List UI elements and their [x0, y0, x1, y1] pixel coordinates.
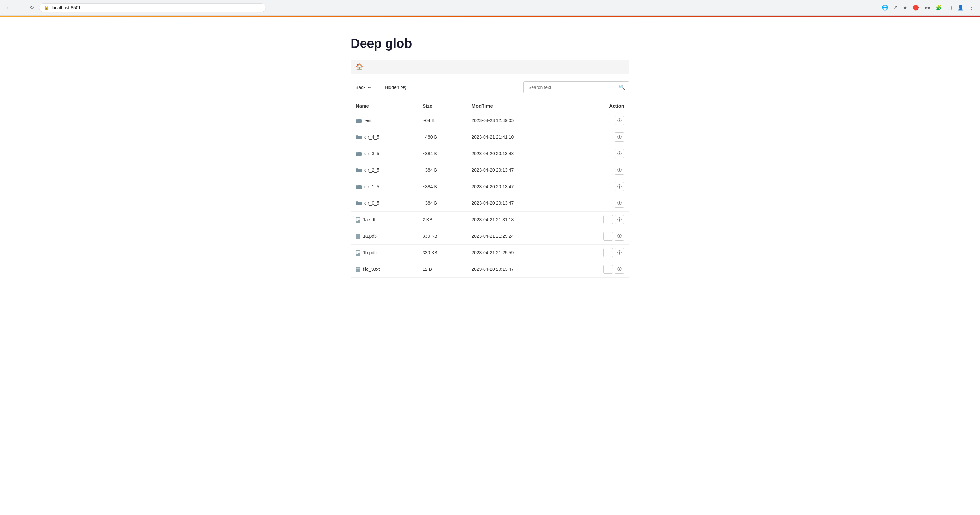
info-button-4[interactable]: ⓘ [614, 182, 624, 191]
folder-icon [356, 184, 361, 189]
file-name: dir_2_5 [364, 168, 379, 173]
svg-rect-14 [356, 219, 360, 220]
cell-size: ~384 B [417, 195, 466, 211]
info-button-9[interactable]: ⓘ [614, 265, 624, 274]
svg-rect-23 [356, 253, 358, 254]
cell-action: ⓘ [568, 195, 630, 211]
cell-modtime: 2023-04-21 21:25:59 [466, 244, 568, 261]
file-icon [356, 217, 360, 222]
hidden-button[interactable]: Hidden 👁️‍🗨️ [380, 82, 411, 92]
cell-name: 1b.pdb [350, 244, 417, 261]
sidebar-button[interactable]: ▢ [945, 3, 954, 12]
info-button-2[interactable]: ⓘ [614, 149, 624, 158]
cell-action: ⓘ [568, 162, 630, 179]
svg-rect-19 [356, 237, 358, 238]
file-name: 1a.sdf [363, 217, 375, 222]
search-button[interactable]: 🔍 [614, 82, 629, 93]
table-row: test ~64 B 2023-04-23 12:49:05 ⓘ [350, 112, 630, 129]
search-icon: 🔍 [619, 84, 625, 90]
table-row: dir_3_5 ~384 B 2023-04-20 20:13:48 ⓘ [350, 146, 630, 162]
cell-size: 330 KB [417, 244, 466, 261]
cell-name: dir_4_5 [350, 129, 417, 146]
breadcrumb-bar: 🏠 [350, 60, 630, 73]
hidden-label: Hidden [385, 85, 399, 90]
add-button-6[interactable]: + [603, 215, 613, 224]
file-name: test [364, 118, 372, 123]
info-button-5[interactable]: ⓘ [614, 198, 624, 208]
cell-modtime: 2023-04-21 21:29:24 [466, 228, 568, 244]
svg-rect-18 [356, 236, 360, 236]
svg-rect-13 [356, 218, 360, 219]
svg-rect-25 [356, 268, 360, 268]
controls-row: Back ← Hidden 👁️‍🗨️ 🔍 [350, 81, 630, 93]
cell-modtime: 2023-04-20 20:13:47 [466, 179, 568, 195]
file-name: 1b.pdb [363, 250, 377, 255]
info-button-8[interactable]: ⓘ [614, 248, 624, 257]
browser-icon-2[interactable]: ●● [922, 3, 932, 12]
search-input[interactable] [524, 82, 614, 93]
table-row: dir_2_5 ~384 B 2023-04-20 20:13:47 ⓘ [350, 162, 630, 179]
file-table-body: test ~64 B 2023-04-23 12:49:05 ⓘ dir_4_5… [350, 112, 630, 277]
file-name: file_3.txt [363, 266, 380, 272]
info-button-0[interactable]: ⓘ [614, 116, 624, 125]
cell-modtime: 2023-04-20 20:13:47 [466, 261, 568, 277]
folder-icon [356, 168, 361, 173]
cell-size: ~384 B [417, 179, 466, 195]
cell-modtime: 2023-04-23 12:49:05 [466, 112, 568, 129]
info-button-1[interactable]: ⓘ [614, 133, 624, 141]
info-button-7[interactable]: ⓘ [614, 231, 624, 241]
cell-size: ~384 B [417, 162, 466, 179]
bookmark-button[interactable]: ★ [901, 3, 909, 12]
file-icon [356, 250, 360, 255]
add-button-9[interactable]: + [603, 265, 613, 274]
add-button-7[interactable]: + [603, 231, 613, 241]
table-row: dir_1_5 ~384 B 2023-04-20 20:13:47 ⓘ [350, 179, 630, 195]
file-name: dir_4_5 [364, 135, 379, 139]
page-content: Deep glob 🏠 Back ← Hidden 👁️‍🗨️ 🔍 Name S… [344, 17, 636, 290]
browser-toolbar-right: 🌐 ↗ ★ 🔴 ●● 🧩 ▢ 👤 ⋮ [880, 3, 976, 12]
col-size-header: Size [417, 100, 466, 112]
svg-rect-5 [356, 152, 358, 153]
file-icon [356, 266, 360, 272]
file-table: Name Size ModTime Action test ~64 B 2023… [350, 100, 630, 277]
cell-size: ~480 B [417, 129, 466, 146]
browser-icon-1[interactable]: 🔴 [911, 3, 921, 12]
col-name-header: Name [350, 100, 417, 112]
svg-rect-27 [356, 270, 358, 271]
cell-action: ⓘ [568, 179, 630, 195]
menu-button[interactable]: ⋮ [967, 3, 976, 12]
cell-name: dir_2_5 [350, 162, 417, 179]
back-label: Back [355, 85, 366, 90]
cell-name: dir_3_5 [350, 146, 417, 162]
profile-button[interactable]: 👤 [955, 3, 966, 12]
col-modtime-header: ModTime [466, 100, 568, 112]
search-container: 🔍 [523, 81, 630, 93]
svg-rect-9 [356, 185, 358, 186]
table-row: dir_0_5 ~384 B 2023-04-20 20:13:47 ⓘ [350, 195, 630, 211]
cell-size: ~64 B [417, 112, 466, 129]
nav-forward-button[interactable]: → [16, 3, 25, 12]
folder-icon [356, 201, 361, 206]
table-row: 1a.pdb 330 KB 2023-04-21 21:29:24 +ⓘ [350, 228, 630, 244]
add-button-8[interactable]: + [603, 248, 613, 257]
folder-icon [356, 118, 361, 123]
address-bar[interactable]: 🔒 localhost:8501 [39, 3, 266, 12]
home-icon[interactable]: 🏠 [356, 63, 363, 70]
table-row: 1b.pdb 330 KB 2023-04-21 21:25:59 +ⓘ [350, 244, 630, 261]
file-name: dir_1_5 [364, 184, 379, 189]
share-button[interactable]: ↗ [891, 3, 900, 12]
col-action-header: Action [568, 100, 630, 112]
translate-button[interactable]: 🌐 [880, 3, 890, 12]
cell-size: 330 KB [417, 228, 466, 244]
back-button[interactable]: Back ← [350, 82, 377, 92]
cell-action: +ⓘ [568, 211, 630, 228]
info-button-3[interactable]: ⓘ [614, 165, 624, 174]
nav-back-button[interactable]: ← [4, 3, 13, 12]
cell-modtime: 2023-04-20 20:13:47 [466, 195, 568, 211]
extensions-button[interactable]: 🧩 [934, 3, 944, 12]
nav-reload-button[interactable]: ↻ [27, 3, 36, 12]
table-header-row: Name Size ModTime Action [350, 100, 630, 112]
cell-action: +ⓘ [568, 244, 630, 261]
cell-action: ⓘ [568, 112, 630, 129]
info-button-6[interactable]: ⓘ [614, 215, 624, 224]
